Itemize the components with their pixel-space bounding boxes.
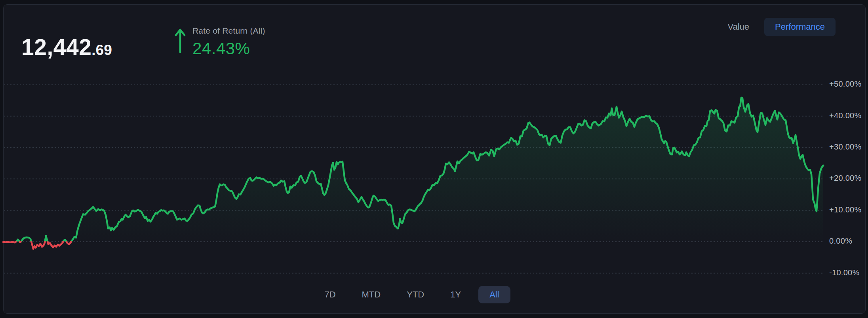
y-axis-label: +20.00% bbox=[829, 174, 866, 183]
range-button-7d[interactable]: 7D bbox=[316, 286, 344, 303]
rate-of-return-label: Rate of Return (All) bbox=[192, 26, 265, 36]
y-axis-label: 0.00% bbox=[829, 237, 866, 246]
range-button-ytd[interactable]: YTD bbox=[398, 286, 433, 303]
rate-of-return-block: Rate of Return (All) 24.43% bbox=[192, 26, 265, 58]
y-axis-label: +30.00% bbox=[829, 142, 866, 151]
area-fill-path bbox=[3, 98, 823, 249]
range-button-mtd[interactable]: MTD bbox=[353, 286, 390, 303]
view-toggle: Value Performance bbox=[727, 18, 836, 36]
performance-chart[interactable] bbox=[0, 0, 868, 318]
portfolio-value-decimals: .69 bbox=[91, 42, 112, 58]
range-button-all[interactable]: All bbox=[478, 286, 510, 303]
up-arrow-icon bbox=[174, 28, 186, 54]
portfolio-value-main: 12,442 bbox=[21, 34, 91, 60]
performance-tab[interactable]: Performance bbox=[764, 18, 836, 36]
value-tab[interactable]: Value bbox=[727, 22, 749, 32]
y-axis-label: +10.00% bbox=[829, 205, 866, 214]
y-axis-label: -10.00% bbox=[829, 268, 866, 277]
y-axis-label: +50.00% bbox=[829, 80, 866, 89]
rate-of-return-value: 24.43% bbox=[192, 39, 265, 58]
range-selector: 7DMTDYTD1YAll bbox=[0, 286, 826, 303]
y-axis-label: +40.00% bbox=[829, 111, 866, 120]
portfolio-value: 12,442.69 bbox=[21, 34, 112, 60]
range-button-1y[interactable]: 1Y bbox=[442, 286, 470, 303]
